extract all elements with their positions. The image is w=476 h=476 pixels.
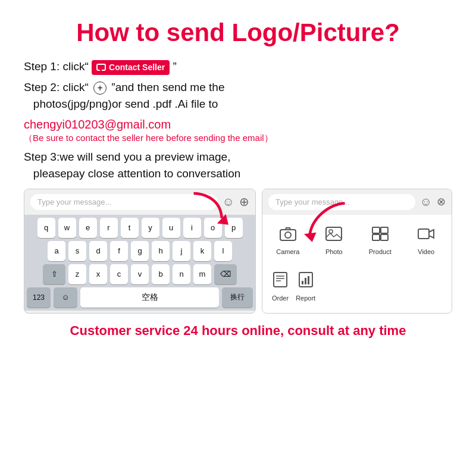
key-k[interactable]: k [193,241,211,261]
key-w[interactable]: w [58,218,76,238]
bottom-text: Customer service 24 hours online, consul… [24,323,452,339]
svg-rect-16 [302,281,303,284]
key-g[interactable]: g [131,241,149,261]
main-title: How to send Logo/Picture? [24,18,452,48]
photo-icon [325,227,342,245]
svg-rect-2 [280,230,296,240]
contact-seller-badge[interactable]: Contact Seller [92,60,170,75]
keyboard-bottom-row: 123 ☺ 空格 换行 [27,287,253,308]
key-b[interactable]: b [152,264,170,284]
step2-suffix: ”and then send me the [111,81,224,93]
step2-prefix: Step 2: click“ [24,81,89,93]
key-a[interactable]: a [48,241,65,261]
step2: Step 2: click“ + ”and then send me the p… [24,79,452,113]
keyboard-row3: ⇧ z x c v b n m ⌫ [27,264,253,284]
key-emoji[interactable]: ☺ [54,287,77,308]
key-s[interactable]: s [68,241,86,261]
key-x[interactable]: x [89,264,107,284]
left-message-input[interactable]: Type your message... [30,194,218,210]
step3-line1: Step 3:we will send you a preview image, [24,151,230,163]
key-n[interactable]: n [173,264,190,284]
close-icon-right[interactable]: ⊗ [437,195,446,208]
icon-photo[interactable]: Photo [311,220,358,260]
svg-rect-18 [308,276,309,284]
chat-icon [96,64,106,71]
svg-rect-8 [372,234,380,240]
contact-seller-label: Contact Seller [109,61,165,74]
key-delete[interactable]: ⌫ [214,264,237,284]
emoji-icon-left[interactable]: ☺ [223,195,234,209]
svg-rect-11 [274,273,287,287]
icon-order[interactable]: Order [268,265,292,306]
product-icon [372,227,389,245]
left-phone-screen: Type your message... ☺ ⊕ q w e r t y u i… [24,189,256,314]
step1-suffix: ” [173,60,176,73]
svg-rect-9 [381,234,388,240]
svg-rect-6 [372,227,380,233]
step3-line2: pleasepay close attention to conversatio… [33,167,241,180]
key-v[interactable]: v [131,264,149,284]
report-label: Report [296,295,315,302]
key-t[interactable]: t [121,218,139,238]
plus-circle-icon: + [93,82,107,95]
photo-label: Photo [325,248,343,255]
email-address: chengyi010203@gmail.com [24,118,452,131]
svg-point-3 [285,232,291,238]
step2-line2: photos(jpg/png)or send .pdf .Ai file to [33,98,218,110]
key-m[interactable]: m [193,264,211,284]
svg-rect-17 [305,278,306,284]
screenshots-area: Type your message... ☺ ⊕ q w e r t y u i… [24,189,452,314]
video-label: Video [418,248,434,255]
contact-note: （Be sure to contact the seller here befo… [24,133,452,144]
svg-rect-10 [418,229,429,239]
right-icons-grid-row1: Camera Photo Product [262,215,452,265]
order-icon [273,272,288,291]
key-y[interactable]: y [142,218,159,238]
key-z[interactable]: z [68,264,86,284]
right-phone-screen: Type your message... ☺ ⊗ Camera Photo [262,189,452,314]
key-p[interactable]: p [225,218,243,238]
camera-icon [280,227,296,245]
step1: Step 1: click“ Contact Seller ” [24,58,452,76]
step3: Step 3:we will send you a preview image,… [24,149,452,183]
key-r[interactable]: r [100,218,118,238]
key-d[interactable]: d [89,241,107,261]
key-f[interactable]: f [110,241,128,261]
report-icon [298,272,314,291]
keyboard: q w e r t y u i o p a s d f g h [24,215,255,311]
icon-product[interactable]: Product [357,220,403,260]
key-e[interactable]: e [79,218,97,238]
icon-video[interactable]: Video [403,220,450,260]
key-123[interactable]: 123 [27,287,51,308]
right-icons-grid-row2: Order Report [262,265,452,311]
plus-add-icon-left[interactable]: ⊕ [239,195,249,209]
left-input-bar: Type your message... ☺ ⊕ [24,189,255,215]
product-label: Product [369,248,392,255]
right-message-input[interactable]: Type your message... [268,194,415,210]
icon-report[interactable]: Report [292,265,319,306]
keyboard-row1: q w e r t y u i o p [27,218,253,238]
key-u[interactable]: u [162,218,180,238]
video-icon [418,227,434,245]
key-j[interactable]: j [173,241,190,261]
order-label: Order [272,295,289,302]
key-o[interactable]: o [204,218,222,238]
key-return[interactable]: 换行 [222,287,253,308]
step1-prefix: Step 1: click“ [24,60,89,73]
key-q[interactable]: q [37,218,55,238]
camera-label: Camera [276,248,299,255]
svg-rect-4 [326,227,342,240]
key-space[interactable]: 空格 [80,287,219,308]
right-input-bar: Type your message... ☺ ⊗ [262,189,452,215]
key-c[interactable]: c [110,264,128,284]
svg-rect-7 [381,227,388,233]
key-shift[interactable]: ⇧ [43,264,65,284]
svg-point-5 [329,230,333,233]
key-l[interactable]: l [214,241,232,261]
keyboard-row2: a s d f g h j k l [27,241,253,261]
key-h[interactable]: h [152,241,170,261]
emoji-icon-right[interactable]: ☺ [420,195,432,209]
icon-camera[interactable]: Camera [265,220,311,260]
key-i[interactable]: i [183,218,201,238]
